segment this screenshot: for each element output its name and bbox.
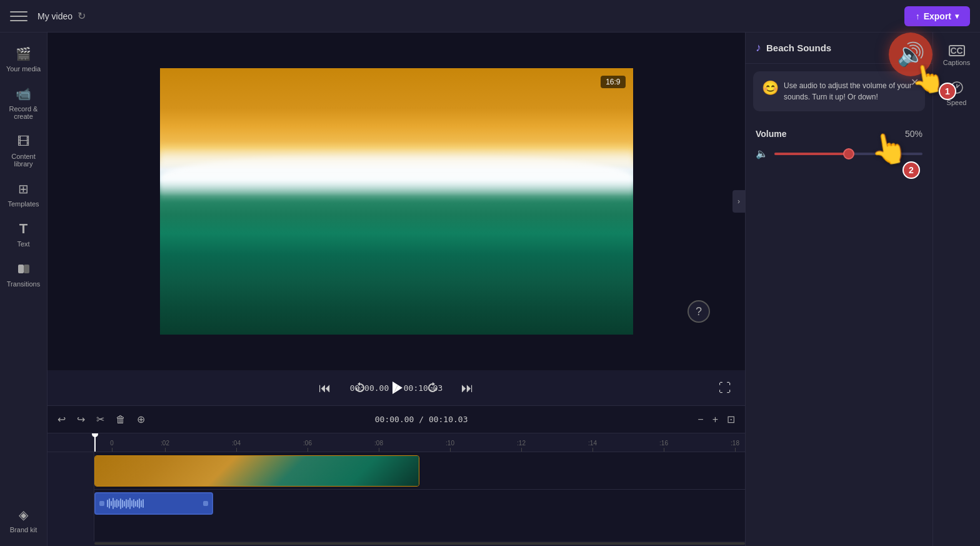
sidebar-item-templates[interactable]: ⊞ Templates: [2, 175, 45, 213]
waveform-bar: [116, 499, 118, 508]
timeline-zoom-controls: − + ⊡: [695, 411, 738, 428]
sidebar-item-text[interactable]: T Text: [2, 215, 45, 253]
volume-row: 🔈: [756, 148, 922, 159]
ruler-mark-8: :08: [343, 440, 414, 452]
export-button[interactable]: ↑ Export ▾: [904, 6, 970, 26]
ruler-mark-4: :04: [201, 440, 272, 452]
export-icon: ↑: [916, 11, 920, 21]
ruler-mark-12: :12: [486, 440, 557, 452]
sidebar-item-transitions-label: Transitions: [7, 280, 40, 288]
ruler-mark-2: :02: [129, 440, 201, 452]
help-button[interactable]: ?: [688, 300, 710, 323]
fullscreen-button[interactable]: ⛶: [715, 378, 735, 398]
video-canvas: 16:9: [160, 68, 633, 335]
add-to-timeline-button[interactable]: ⊕: [134, 411, 148, 428]
sidebar-item-record-create[interactable]: 📹 Record &create: [2, 80, 45, 125]
sidebar-item-your-media-label: Your media: [6, 65, 41, 73]
timeline-time-display: 00:00.00 / 00:10.03: [154, 415, 689, 424]
sidebar-item-transitions[interactable]: Transitions: [2, 255, 45, 293]
export-arrow-icon: ▾: [955, 12, 959, 21]
svg-rect-1: [24, 265, 29, 273]
waveform-bar: [141, 500, 142, 507]
timeline-current-time: 00:00.00: [375, 415, 414, 424]
timeline-separator: /: [419, 415, 429, 424]
templates-icon: ⊞: [15, 180, 32, 198]
sidebar-item-content-library-label: Content library: [6, 153, 41, 168]
video-clip[interactable]: [94, 455, 419, 487]
svg-rect-0: [18, 265, 24, 273]
speed-icon: [948, 79, 966, 96]
playback-time: 00:00.00 / 00:10.03: [350, 383, 443, 393]
right-panel-header: ♪ Beach Sounds: [746, 33, 932, 64]
skip-to-end-button[interactable]: ⏭: [458, 378, 478, 398]
center-content: 16:9 ? › ⏮ 5 5 ⏭ 00:00.00 / 00:1: [48, 33, 745, 546]
waveform-bar: [107, 500, 108, 507]
volume-slider-thumb[interactable]: [843, 148, 854, 159]
waveform-bar: [122, 500, 123, 508]
timeline-playhead[interactable]: [94, 433, 96, 452]
track-labels: [48, 452, 94, 541]
right-panel: ♪ Beach Sounds ✕ 😊 Use audio to adjust t…: [745, 33, 932, 546]
left-sidebar: 🎬 Your media 📹 Record &create 🎞 Content …: [0, 33, 48, 546]
waveform-bar: [126, 499, 127, 508]
cut-button[interactable]: ✂: [94, 411, 107, 428]
volume-percentage: 50%: [905, 129, 922, 139]
timeline-total-time: 00:10.03: [429, 415, 468, 424]
waveform-bar: [128, 500, 129, 507]
timeline-ruler: 0 :02 :04 :06 :08 :10 :12 :14 :16 :18: [48, 433, 745, 452]
skip-to-start-button[interactable]: ⏮: [315, 378, 335, 398]
audio-clip-drag-handle[interactable]: [99, 501, 104, 506]
timeline: ↩ ↪ ✂ 🗑 ⊕ 00:00.00 / 00:10.03 − + ⊡: [48, 405, 745, 546]
track-area: [48, 452, 745, 541]
sidebar-item-record-create-label: Record &create: [9, 105, 38, 120]
delete-button[interactable]: 🗑: [113, 412, 128, 428]
waveform-bar: [114, 500, 116, 507]
fit-timeline-button[interactable]: ⊡: [724, 411, 738, 428]
menu-icon[interactable]: [10, 8, 28, 25]
sidebar-item-brand-kit[interactable]: ◈ Brand kit: [2, 501, 45, 538]
zoom-in-button[interactable]: +: [710, 412, 721, 428]
brand-kit-icon: ◈: [15, 506, 32, 523]
waveform-bar: [129, 498, 131, 509]
tooltip-close-button[interactable]: ✕: [911, 76, 919, 88]
ruler-mark-18: :18: [699, 440, 745, 452]
redo-button[interactable]: ↪: [74, 411, 88, 428]
music-note-icon: ♪: [756, 41, 761, 54]
zoom-out-button[interactable]: −: [695, 412, 706, 428]
timeline-toolbar: ↩ ↪ ✂ 🗑 ⊕ 00:00.00 / 00:10.03 − + ⊡: [48, 406, 745, 433]
captions-icon: CC: [949, 45, 965, 56]
ruler-marks: 0 :02 :04 :06 :08 :10 :12 :14 :16 :18: [94, 433, 745, 452]
project-title-area: My video ↻: [38, 10, 86, 22]
timeline-tracks: [48, 452, 745, 541]
refresh-icon[interactable]: ↻: [78, 10, 86, 22]
captions-label: Captions: [943, 59, 970, 66]
waveform-bar: [112, 498, 114, 509]
video-track-row: [94, 452, 745, 490]
audio-clip[interactable]: [94, 492, 213, 515]
main-area: 🎬 Your media 📹 Record &create 🎞 Content …: [0, 33, 980, 546]
waveform-bar: [131, 500, 132, 507]
track-content: [94, 452, 745, 541]
far-right-speed[interactable]: Speed: [936, 74, 978, 111]
audio-clip-drag-handle-right[interactable]: [203, 501, 208, 506]
video-frame: [160, 68, 633, 335]
sidebar-item-your-media[interactable]: 🎬 Your media: [2, 40, 45, 78]
video-preview-area: 16:9 ? ›: [48, 33, 745, 370]
waveform-bar: [124, 501, 125, 507]
waveform-bar: [135, 501, 136, 507]
timeline-scrollbar[interactable]: [48, 541, 745, 546]
waveform-bar: [139, 498, 140, 508]
volume-slider[interactable]: [774, 153, 922, 155]
transitions-icon: [15, 260, 32, 278]
undo-button[interactable]: ↩: [55, 411, 68, 428]
sidebar-item-content-library[interactable]: 🎞 Content library: [2, 128, 45, 173]
timeline-scrollbar-thumb[interactable]: [94, 542, 745, 545]
far-right-captions[interactable]: CC Captions: [936, 40, 978, 71]
collapse-panel-button[interactable]: ›: [732, 190, 745, 213]
waveform-bar: [120, 498, 121, 509]
aspect-ratio-badge: 16:9: [601, 76, 625, 88]
speed-label: Speed: [947, 99, 967, 106]
sidebar-item-brand-kit-label: Brand kit: [10, 526, 37, 533]
right-panel-title: Beach Sounds: [766, 43, 831, 53]
ruler-mark-6: :06: [272, 440, 343, 452]
